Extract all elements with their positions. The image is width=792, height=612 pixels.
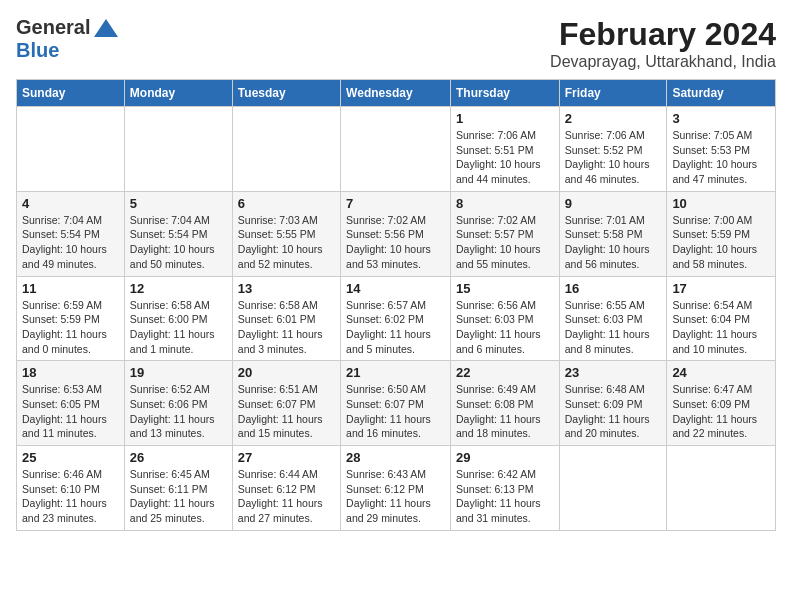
calendar-cell: 17Sunrise: 6:54 AM Sunset: 6:04 PM Dayli… bbox=[667, 276, 776, 361]
calendar-cell: 23Sunrise: 6:48 AM Sunset: 6:09 PM Dayli… bbox=[559, 361, 667, 446]
calendar-cell: 10Sunrise: 7:00 AM Sunset: 5:59 PM Dayli… bbox=[667, 191, 776, 276]
day-number: 10 bbox=[672, 196, 770, 211]
day-info: Sunrise: 6:53 AM Sunset: 6:05 PM Dayligh… bbox=[22, 382, 119, 441]
calendar-cell bbox=[559, 446, 667, 531]
day-info: Sunrise: 6:57 AM Sunset: 6:02 PM Dayligh… bbox=[346, 298, 445, 357]
day-info: Sunrise: 7:02 AM Sunset: 5:57 PM Dayligh… bbox=[456, 213, 554, 272]
day-info: Sunrise: 6:46 AM Sunset: 6:10 PM Dayligh… bbox=[22, 467, 119, 526]
calendar-table: SundayMondayTuesdayWednesdayThursdayFrid… bbox=[16, 79, 776, 531]
day-info: Sunrise: 6:58 AM Sunset: 6:00 PM Dayligh… bbox=[130, 298, 227, 357]
day-number: 7 bbox=[346, 196, 445, 211]
day-info: Sunrise: 7:00 AM Sunset: 5:59 PM Dayligh… bbox=[672, 213, 770, 272]
day-info: Sunrise: 6:48 AM Sunset: 6:09 PM Dayligh… bbox=[565, 382, 662, 441]
logo-blue: Blue bbox=[16, 39, 59, 61]
day-number: 24 bbox=[672, 365, 770, 380]
calendar-cell: 29Sunrise: 6:42 AM Sunset: 6:13 PM Dayli… bbox=[450, 446, 559, 531]
logo-general: General bbox=[16, 16, 90, 39]
day-number: 15 bbox=[456, 281, 554, 296]
calendar-cell: 15Sunrise: 6:56 AM Sunset: 6:03 PM Dayli… bbox=[450, 276, 559, 361]
day-info: Sunrise: 6:43 AM Sunset: 6:12 PM Dayligh… bbox=[346, 467, 445, 526]
day-info: Sunrise: 6:45 AM Sunset: 6:11 PM Dayligh… bbox=[130, 467, 227, 526]
day-info: Sunrise: 6:54 AM Sunset: 6:04 PM Dayligh… bbox=[672, 298, 770, 357]
day-info: Sunrise: 6:59 AM Sunset: 5:59 PM Dayligh… bbox=[22, 298, 119, 357]
day-info: Sunrise: 7:06 AM Sunset: 5:52 PM Dayligh… bbox=[565, 128, 662, 187]
header-cell-monday: Monday bbox=[124, 80, 232, 107]
day-number: 25 bbox=[22, 450, 119, 465]
day-number: 23 bbox=[565, 365, 662, 380]
calendar-cell: 20Sunrise: 6:51 AM Sunset: 6:07 PM Dayli… bbox=[232, 361, 340, 446]
calendar-cell: 26Sunrise: 6:45 AM Sunset: 6:11 PM Dayli… bbox=[124, 446, 232, 531]
calendar-cell: 1Sunrise: 7:06 AM Sunset: 5:51 PM Daylig… bbox=[450, 107, 559, 192]
day-info: Sunrise: 6:47 AM Sunset: 6:09 PM Dayligh… bbox=[672, 382, 770, 441]
week-row-4: 18Sunrise: 6:53 AM Sunset: 6:05 PM Dayli… bbox=[17, 361, 776, 446]
day-info: Sunrise: 6:50 AM Sunset: 6:07 PM Dayligh… bbox=[346, 382, 445, 441]
day-number: 17 bbox=[672, 281, 770, 296]
calendar-cell bbox=[17, 107, 125, 192]
header-cell-tuesday: Tuesday bbox=[232, 80, 340, 107]
header-cell-friday: Friday bbox=[559, 80, 667, 107]
day-number: 1 bbox=[456, 111, 554, 126]
day-info: Sunrise: 7:06 AM Sunset: 5:51 PM Dayligh… bbox=[456, 128, 554, 187]
calendar-cell: 28Sunrise: 6:43 AM Sunset: 6:12 PM Dayli… bbox=[341, 446, 451, 531]
week-row-1: 1Sunrise: 7:06 AM Sunset: 5:51 PM Daylig… bbox=[17, 107, 776, 192]
calendar-cell bbox=[124, 107, 232, 192]
calendar-cell: 27Sunrise: 6:44 AM Sunset: 6:12 PM Dayli… bbox=[232, 446, 340, 531]
day-number: 14 bbox=[346, 281, 445, 296]
day-info: Sunrise: 6:58 AM Sunset: 6:01 PM Dayligh… bbox=[238, 298, 335, 357]
calendar-body: 1Sunrise: 7:06 AM Sunset: 5:51 PM Daylig… bbox=[17, 107, 776, 531]
day-number: 28 bbox=[346, 450, 445, 465]
logo: General Blue bbox=[16, 16, 120, 62]
header-cell-sunday: Sunday bbox=[17, 80, 125, 107]
day-number: 5 bbox=[130, 196, 227, 211]
day-info: Sunrise: 7:01 AM Sunset: 5:58 PM Dayligh… bbox=[565, 213, 662, 272]
calendar-cell: 4Sunrise: 7:04 AM Sunset: 5:54 PM Daylig… bbox=[17, 191, 125, 276]
day-number: 13 bbox=[238, 281, 335, 296]
week-row-2: 4Sunrise: 7:04 AM Sunset: 5:54 PM Daylig… bbox=[17, 191, 776, 276]
day-number: 16 bbox=[565, 281, 662, 296]
calendar-cell bbox=[341, 107, 451, 192]
calendar-cell: 19Sunrise: 6:52 AM Sunset: 6:06 PM Dayli… bbox=[124, 361, 232, 446]
day-info: Sunrise: 6:56 AM Sunset: 6:03 PM Dayligh… bbox=[456, 298, 554, 357]
calendar-cell: 12Sunrise: 6:58 AM Sunset: 6:00 PM Dayli… bbox=[124, 276, 232, 361]
day-number: 3 bbox=[672, 111, 770, 126]
calendar-cell: 14Sunrise: 6:57 AM Sunset: 6:02 PM Dayli… bbox=[341, 276, 451, 361]
calendar-cell bbox=[667, 446, 776, 531]
day-number: 4 bbox=[22, 196, 119, 211]
day-info: Sunrise: 6:51 AM Sunset: 6:07 PM Dayligh… bbox=[238, 382, 335, 441]
day-number: 6 bbox=[238, 196, 335, 211]
day-number: 8 bbox=[456, 196, 554, 211]
day-info: Sunrise: 7:05 AM Sunset: 5:53 PM Dayligh… bbox=[672, 128, 770, 187]
calendar-cell: 6Sunrise: 7:03 AM Sunset: 5:55 PM Daylig… bbox=[232, 191, 340, 276]
day-number: 11 bbox=[22, 281, 119, 296]
svg-marker-0 bbox=[94, 19, 118, 37]
calendar-cell: 2Sunrise: 7:06 AM Sunset: 5:52 PM Daylig… bbox=[559, 107, 667, 192]
day-number: 2 bbox=[565, 111, 662, 126]
calendar-cell: 9Sunrise: 7:01 AM Sunset: 5:58 PM Daylig… bbox=[559, 191, 667, 276]
day-number: 21 bbox=[346, 365, 445, 380]
day-number: 26 bbox=[130, 450, 227, 465]
day-number: 12 bbox=[130, 281, 227, 296]
calendar-cell: 13Sunrise: 6:58 AM Sunset: 6:01 PM Dayli… bbox=[232, 276, 340, 361]
calendar-cell: 24Sunrise: 6:47 AM Sunset: 6:09 PM Dayli… bbox=[667, 361, 776, 446]
day-info: Sunrise: 6:44 AM Sunset: 6:12 PM Dayligh… bbox=[238, 467, 335, 526]
day-info: Sunrise: 7:02 AM Sunset: 5:56 PM Dayligh… bbox=[346, 213, 445, 272]
day-number: 18 bbox=[22, 365, 119, 380]
calendar-cell: 16Sunrise: 6:55 AM Sunset: 6:03 PM Dayli… bbox=[559, 276, 667, 361]
page-header: General Blue February 2024 Devaprayag, U… bbox=[16, 16, 776, 71]
day-number: 9 bbox=[565, 196, 662, 211]
calendar-cell: 22Sunrise: 6:49 AM Sunset: 6:08 PM Dayli… bbox=[450, 361, 559, 446]
title-block: February 2024 Devaprayag, Uttarakhand, I… bbox=[550, 16, 776, 71]
week-row-5: 25Sunrise: 6:46 AM Sunset: 6:10 PM Dayli… bbox=[17, 446, 776, 531]
calendar-cell: 21Sunrise: 6:50 AM Sunset: 6:07 PM Dayli… bbox=[341, 361, 451, 446]
day-number: 20 bbox=[238, 365, 335, 380]
day-info: Sunrise: 7:04 AM Sunset: 5:54 PM Dayligh… bbox=[22, 213, 119, 272]
day-number: 22 bbox=[456, 365, 554, 380]
day-info: Sunrise: 6:55 AM Sunset: 6:03 PM Dayligh… bbox=[565, 298, 662, 357]
header-row: SundayMondayTuesdayWednesdayThursdayFrid… bbox=[17, 80, 776, 107]
logo-icon bbox=[92, 17, 120, 39]
day-number: 29 bbox=[456, 450, 554, 465]
day-info: Sunrise: 7:03 AM Sunset: 5:55 PM Dayligh… bbox=[238, 213, 335, 272]
day-info: Sunrise: 6:42 AM Sunset: 6:13 PM Dayligh… bbox=[456, 467, 554, 526]
day-info: Sunrise: 6:52 AM Sunset: 6:06 PM Dayligh… bbox=[130, 382, 227, 441]
calendar-cell: 7Sunrise: 7:02 AM Sunset: 5:56 PM Daylig… bbox=[341, 191, 451, 276]
